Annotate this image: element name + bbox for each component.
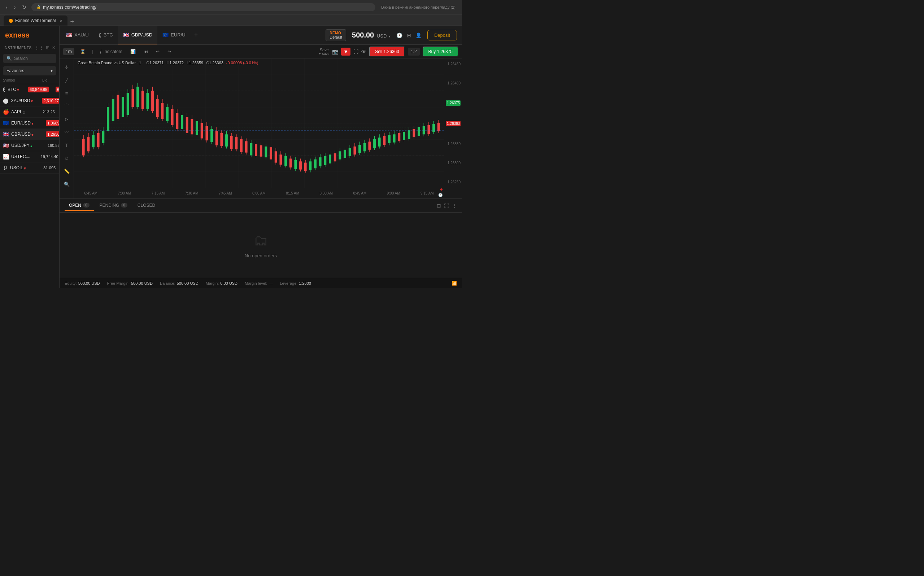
ohlc-close: C1.26363 [206,61,224,65]
symbol-flag: ₿ [3,86,5,93]
alert-icon[interactable]: ▼ [341,48,350,56]
clock-icon[interactable]: 🕐 [396,32,403,38]
redo-btn[interactable]: ↪ [165,48,173,55]
tab-flag: 🇪🇺 [162,32,169,38]
tab-title: Exness WebTerminal [15,18,56,23]
save-label[interactable]: Save [320,48,329,52]
chart-type-btn[interactable]: 📊 [128,48,138,55]
symbol-tab[interactable]: ₿BTC [94,26,118,45]
status-bar: Equity:500.00 USDFree Margin:500.00 USDB… [59,278,462,288]
instrument-row[interactable]: 🛢 USOIL ▼ 81.095 81.114 [0,162,59,174]
status-label: Balance: [160,281,176,285]
instrument-row[interactable]: 🍎 AAPL ⊘ 213.25 213.34 [0,106,59,118]
status-value: 1:2000 [299,281,311,285]
instrument-row[interactable]: ₿ BTC ▼ 60,849.85 60,886.1 [0,84,59,95]
sell-button[interactable]: Sell 1.26363 [369,46,405,57]
projection-tool[interactable]: ⊳ [62,114,72,124]
search-input[interactable] [14,56,53,61]
zoom-tool[interactable]: 🔍 [62,179,72,189]
more-options-icon[interactable]: ⋮ [452,203,457,209]
status-label: Leverage: [280,281,297,285]
save-dropdown[interactable]: ▾ Save [319,52,329,56]
bottom-tab[interactable]: OPEN0 [65,201,94,211]
tab-bar: 🟠 Exness WebTerminal ✕ + [0,14,462,26]
instrument-row[interactable]: 🇺🇸 USD/JPY ▲ 160.559 160.570 [0,140,59,151]
list-view-icon[interactable]: ⋮⋮ [35,45,44,50]
signal-cell: ▼ [31,120,38,126]
status-item: Margin:0.00 USD [206,281,238,285]
collapse-icon[interactable]: ⊟ [437,203,441,209]
bottom-tabs: OPEN0PENDING0CLOSED ⊟ ⛶ ⋮ [59,199,462,213]
symbol-tab[interactable]: 🇺🇸XAU/U [61,26,94,45]
fast-backward-btn[interactable]: ⏮ [141,48,150,55]
price-scale: 1.26450 1.26400 1.26375 1.26363 1.26350 … [444,58,462,188]
col-bid: Bid [22,78,47,82]
symbol-flag: ⬤ [3,98,9,104]
time-label: 9:15 AM [420,191,434,195]
status-value: 0.00 USD [220,281,238,285]
add-symbol-tab-btn[interactable]: + [190,31,202,39]
eye-icon[interactable]: 👁 [361,49,366,54]
chart-canvas-container[interactable] [74,58,444,188]
user-icon[interactable]: 👤 [416,32,422,38]
emoji-tool[interactable]: ☺ [62,153,72,163]
timeframe-picker-icon[interactable]: ⌛ [78,48,88,55]
undo-btn[interactable]: ↩ [154,48,162,55]
text-tool[interactable]: T [62,140,72,150]
tab-close-icon[interactable]: ✕ [59,19,62,23]
symbol-tabs: 🇺🇸XAU/U₿BTC🇬🇧GBP/USD🇪🇺EUR/U [59,26,190,45]
forward-btn[interactable]: › [12,3,18,11]
bottom-tab[interactable]: PENDING0 [95,201,132,211]
new-tab-btn[interactable]: + [67,18,77,26]
address-bar[interactable]: 🔒 my.exness.com/webtrading/ [31,3,376,11]
favorites-dropdown[interactable]: Favorites ▾ [3,66,56,75]
expand-icon[interactable]: ⛶ [444,203,449,209]
horizontal-lines-tool[interactable]: ≡ [62,88,72,98]
symbol-name: 🇪🇺 EUR/USD [3,120,31,126]
fullscreen-icon[interactable]: ⛶ [353,49,358,54]
browser-controls: ‹ › ↻ [3,3,29,11]
balance-dropdown-icon[interactable]: ▾ [389,34,390,38]
bid-cell: 19,744.40 [33,154,59,159]
indicators-btn[interactable]: ƒ Indicators [98,48,125,55]
search-box[interactable]: 🔍 [3,54,56,63]
crosshair-tool[interactable]: ✛ [62,62,72,72]
regression-tool[interactable]: ⌒ [62,101,72,111]
status-label: Free Margin: [107,281,129,285]
grid-icon[interactable]: ⊞ [407,32,411,38]
instrument-row[interactable]: 📈 USTEC — 19,744.40 19,750.3 [0,151,59,162]
grid-view-icon[interactable]: ⊞ [46,45,50,50]
time-label: 7:00 AM [118,191,131,195]
demo-badge[interactable]: DEMO Default [326,29,346,41]
symbol-tab[interactable]: 🇬🇧GBP/USD [118,26,158,45]
signal-cell: ▼ [23,165,30,171]
measure-tool[interactable]: 📏 [62,166,72,176]
browser-tab-active[interactable]: 🟠 Exness WebTerminal ✕ [3,16,67,26]
symbol-label: BTC [8,87,16,92]
time-label: 6:45 AM [84,191,98,195]
back-btn[interactable]: ‹ [3,3,10,11]
bid-cell: 213.25 [30,110,55,114]
fib-tool[interactable]: 〰 [62,127,72,137]
trend-line-tool[interactable]: ╱ [62,75,72,85]
symbol-tab[interactable]: 🇪🇺EUR/U [157,26,190,45]
buy-price-level: 1.26375 [446,100,460,106]
price-level-2: 1.26400 [446,81,460,85]
instrument-row[interactable]: 🇬🇧 GBP/USD ▼ 1.26363 1.26375 [0,129,59,140]
demo-label: DEMO [329,31,342,35]
symbol-flag: 🍎 [3,109,9,115]
instrument-row[interactable]: 🇪🇺 EUR/USD ▼ 1.06891 1.06901 [0,118,59,129]
screenshot-icon[interactable]: 📷 [332,49,338,54]
chart-info-bar: Great Britain Pound vs US Dollar · 1 · O… [78,61,259,65]
close-sidebar-icon[interactable]: ✕ [52,45,56,50]
buy-button[interactable]: Buy 1.26375 [423,46,459,57]
bottom-tab-label: CLOSED [137,203,155,208]
bottom-tab[interactable]: CLOSED [133,201,160,211]
reload-btn[interactable]: ↻ [20,3,29,11]
instrument-row[interactable]: ⬤ XAU/USD ▼ 2,310.271 2,310.47 [0,95,59,106]
timeframe-1m[interactable]: 1m [63,48,74,55]
chart-time-settings-icon[interactable]: 🕐 [438,193,443,197]
ask-cell: 19,750.3 [59,154,59,159]
symbol-flag: 🇪🇺 [3,120,9,126]
deposit-button[interactable]: Deposit [427,30,457,40]
